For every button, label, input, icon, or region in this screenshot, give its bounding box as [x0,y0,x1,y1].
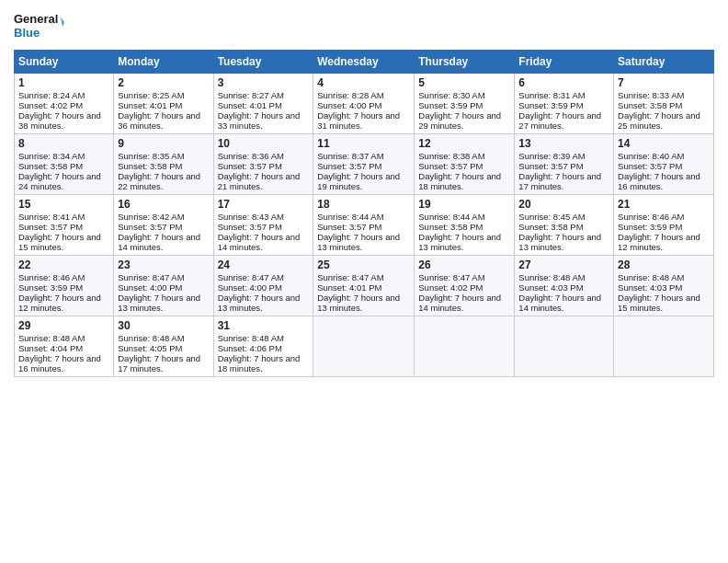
sunrise: Sunrise: 8:37 AM [317,151,383,161]
daylight: Daylight: 7 hours and 17 minutes. [118,353,200,373]
daylight: Daylight: 7 hours and 14 minutes. [218,232,301,252]
sunset: Sunset: 3:57 PM [118,222,182,232]
day-number: 11 [317,137,410,150]
daylight: Daylight: 7 hours and 18 minutes. [218,353,301,373]
sunset: Sunset: 3:57 PM [317,222,381,232]
daylight: Daylight: 7 hours and 16 minutes. [618,171,700,191]
sunrise: Sunrise: 8:36 AM [218,151,284,161]
sunrise: Sunrise: 8:41 AM [18,212,85,222]
daylight: Daylight: 7 hours and 15 minutes. [618,293,700,313]
table-row: 22Sunrise: 8:46 AMSunset: 3:59 PMDayligh… [15,256,114,316]
sunrise: Sunrise: 8:24 AM [18,90,85,100]
table-row [614,316,714,377]
table-row: 13Sunrise: 8:39 AMSunset: 3:57 PMDayligh… [515,134,614,195]
sunset: Sunset: 3:58 PM [418,222,483,232]
sunrise: Sunrise: 8:28 AM [317,90,383,100]
table-row: 5Sunrise: 8:30 AMSunset: 3:59 PMDaylight… [415,74,515,134]
sunrise: Sunrise: 8:25 AM [118,90,184,100]
table-row: 16Sunrise: 8:42 AMSunset: 3:57 PMDayligh… [114,195,213,256]
week-row-3: 15Sunrise: 8:41 AMSunset: 3:57 PMDayligh… [15,195,714,256]
day-number: 9 [118,137,209,150]
table-row: 27Sunrise: 8:48 AMSunset: 4:03 PMDayligh… [515,256,614,316]
daylight: Daylight: 7 hours and 33 minutes. [218,110,301,131]
sunrise: Sunrise: 8:48 AM [618,272,684,282]
day-number: 3 [218,76,310,89]
sunrise: Sunrise: 8:48 AM [218,333,284,343]
logo: General Blue [14,9,64,42]
sunrise: Sunrise: 8:48 AM [18,333,85,343]
sunrise: Sunrise: 8:47 AM [118,272,184,282]
sunset: Sunset: 3:59 PM [18,282,83,293]
day-number: 29 [18,319,109,332]
svg-marker-2 [58,14,64,22]
day-number: 13 [518,137,609,150]
day-number: 17 [218,198,310,211]
daylight: Daylight: 7 hours and 19 minutes. [317,171,400,191]
day-number: 21 [618,198,710,211]
day-number: 10 [218,137,310,150]
table-row: 6Sunrise: 8:31 AMSunset: 3:59 PMDaylight… [515,74,614,134]
weekday-header-row: Sunday Monday Tuesday Wednesday Thursday… [15,51,714,74]
sunset: Sunset: 3:58 PM [118,161,182,171]
table-row: 19Sunrise: 8:44 AMSunset: 3:58 PMDayligh… [415,195,515,256]
sunrise: Sunrise: 8:45 AM [518,212,585,222]
header-tuesday: Tuesday [213,51,313,74]
header-wednesday: Wednesday [313,51,415,74]
daylight: Daylight: 7 hours and 22 minutes. [118,171,200,191]
table-row: 15Sunrise: 8:41 AMSunset: 3:57 PMDayligh… [15,195,114,256]
table-row: 9Sunrise: 8:35 AMSunset: 3:58 PMDaylight… [114,134,213,195]
sunset: Sunset: 4:03 PM [518,282,583,293]
day-number: 28 [618,259,710,271]
day-number: 23 [118,259,209,271]
table-row: 25Sunrise: 8:47 AMSunset: 4:01 PMDayligh… [313,256,415,316]
sunset: Sunset: 4:04 PM [18,343,83,353]
sunrise: Sunrise: 8:48 AM [118,333,184,343]
sunrise: Sunrise: 8:47 AM [218,272,284,282]
table-row: 12Sunrise: 8:38 AMSunset: 3:57 PMDayligh… [415,134,515,195]
sunset: Sunset: 3:57 PM [418,161,483,171]
week-row-5: 29Sunrise: 8:48 AMSunset: 4:04 PMDayligh… [15,316,714,377]
table-row: 23Sunrise: 8:47 AMSunset: 4:00 PMDayligh… [114,256,213,316]
table-row: 2Sunrise: 8:25 AMSunset: 4:01 PMDaylight… [114,74,213,134]
sunrise: Sunrise: 8:47 AM [317,272,383,282]
sunset: Sunset: 4:06 PM [218,343,282,353]
sunset: Sunset: 3:57 PM [317,161,381,171]
table-row: 14Sunrise: 8:40 AMSunset: 3:57 PMDayligh… [614,134,714,195]
sunset: Sunset: 3:57 PM [518,161,583,171]
calendar-table: Sunday Monday Tuesday Wednesday Thursday… [14,50,714,377]
daylight: Daylight: 7 hours and 14 minutes. [518,293,601,313]
table-row: 4Sunrise: 8:28 AMSunset: 4:00 PMDaylight… [313,74,415,134]
table-row: 28Sunrise: 8:48 AMSunset: 4:03 PMDayligh… [614,256,714,316]
daylight: Daylight: 7 hours and 17 minutes. [518,171,601,191]
daylight: Daylight: 7 hours and 13 minutes. [418,232,501,252]
day-number: 14 [618,137,710,150]
table-row: 21Sunrise: 8:46 AMSunset: 3:59 PMDayligh… [614,195,714,256]
svg-marker-3 [61,17,64,27]
day-number: 16 [118,198,209,211]
sunset: Sunset: 3:57 PM [18,222,83,232]
sunset: Sunset: 4:05 PM [118,343,182,353]
daylight: Daylight: 7 hours and 12 minutes. [18,293,101,313]
day-number: 20 [518,198,609,211]
table-row: 20Sunrise: 8:45 AMSunset: 3:58 PMDayligh… [515,195,614,256]
table-row: 7Sunrise: 8:33 AMSunset: 3:58 PMDaylight… [614,74,714,134]
table-row: 1Sunrise: 8:24 AMSunset: 4:02 PMDaylight… [15,74,114,134]
sunset: Sunset: 3:57 PM [218,161,282,171]
sunrise: Sunrise: 8:46 AM [18,272,85,282]
sunrise: Sunrise: 8:30 AM [418,90,484,100]
table-row: 10Sunrise: 8:36 AMSunset: 3:57 PMDayligh… [213,134,313,195]
sunrise: Sunrise: 8:46 AM [618,212,684,222]
page: General Blue Sunday Monday Tuesday Wedne… [0,0,728,563]
sunrise: Sunrise: 8:43 AM [218,212,284,222]
daylight: Daylight: 7 hours and 13 minutes. [317,232,400,252]
table-row: 3Sunrise: 8:27 AMSunset: 4:01 PMDaylight… [213,74,313,134]
daylight: Daylight: 7 hours and 13 minutes. [518,232,601,252]
sunrise: Sunrise: 8:44 AM [317,212,383,222]
day-number: 7 [618,76,710,89]
sunset: Sunset: 4:00 PM [118,282,182,293]
daylight: Daylight: 7 hours and 13 minutes. [317,293,400,313]
daylight: Daylight: 7 hours and 27 minutes. [518,110,601,131]
table-row [313,316,415,377]
sunset: Sunset: 3:58 PM [618,100,682,110]
sunset: Sunset: 4:01 PM [317,282,381,293]
